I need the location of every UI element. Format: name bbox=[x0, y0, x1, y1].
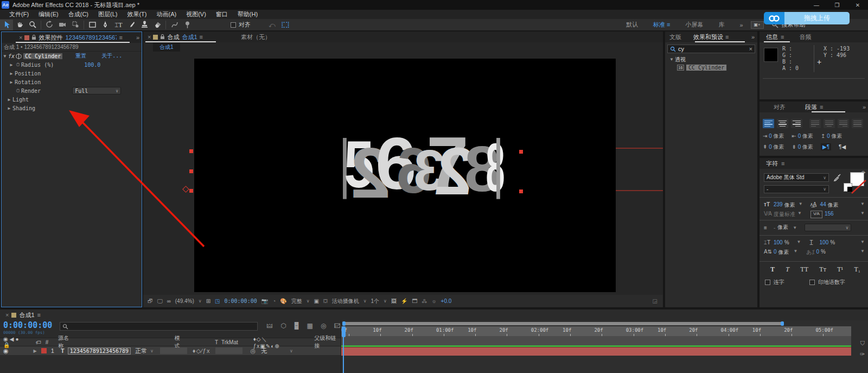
flowchart-icon[interactable]: 🝆 bbox=[422, 298, 427, 304]
effect-header-row[interactable]: ▼ fx CC Cylinder 重置 关于... bbox=[2, 52, 142, 60]
grid-guides-icon[interactable]: ⊞ bbox=[206, 298, 210, 304]
panel-overflow-chevron[interactable]: » bbox=[136, 34, 139, 41]
tsume-chevron[interactable]: ▼ bbox=[860, 249, 865, 256]
font-size-value[interactable]: 239 bbox=[774, 201, 783, 209]
text-direction-rtl-button[interactable]: ¶◀ bbox=[839, 144, 846, 150]
tab-type[interactable]: 文版 bbox=[669, 33, 681, 41]
graph-editor-icon[interactable]: 🗠 bbox=[334, 322, 340, 330]
panel-menu-icon[interactable]: ≡ bbox=[725, 34, 729, 40]
hand-tool-icon[interactable] bbox=[13, 20, 26, 30]
trkmat-column[interactable]: TrkMat bbox=[221, 339, 238, 345]
panel-overflow-chevron[interactable]: » bbox=[863, 104, 866, 110]
superscript-button[interactable]: T¹ bbox=[837, 265, 843, 274]
kerning-chevron[interactable]: ▼ bbox=[797, 211, 802, 218]
tab-timeline-comp[interactable]: 合成1 bbox=[19, 311, 34, 319]
justify-last-left-button[interactable] bbox=[809, 119, 821, 128]
quality-chevron[interactable]: ∨ bbox=[307, 299, 310, 304]
workspace-library[interactable]: 库 bbox=[711, 21, 732, 29]
region-of-interest-icon[interactable]: ◳ bbox=[215, 298, 220, 304]
tab-align[interactable]: 对齐 bbox=[774, 103, 786, 111]
panel-menu-icon[interactable]: ≡ bbox=[820, 104, 823, 110]
snapshot-icon[interactable]: 📷 bbox=[261, 298, 268, 304]
restore-button[interactable]: ❐ bbox=[827, 0, 847, 10]
tab-effects-presets[interactable]: 效果和预设 bbox=[693, 33, 723, 41]
layer-mode-select[interactable]: 正常 bbox=[135, 347, 147, 355]
selection-handle[interactable] bbox=[519, 189, 523, 193]
comp-marker-bin-icon[interactable]: ⛉ bbox=[860, 340, 865, 347]
tab-info[interactable]: 信息 bbox=[766, 33, 778, 41]
faux-bold-button[interactable]: T bbox=[770, 265, 775, 274]
leading-value[interactable]: 44 bbox=[820, 201, 826, 209]
all-caps-button[interactable]: TT bbox=[800, 265, 808, 274]
baseline-shift-chevron[interactable]: ▼ bbox=[794, 249, 798, 256]
stroke-width-value[interactable]: - bbox=[774, 225, 775, 231]
panel-menu-icon[interactable]: ≡ bbox=[119, 34, 122, 41]
layer-mode-chevron[interactable]: ∨ bbox=[150, 349, 154, 353]
parent-link-column[interactable]: 父级和链接 bbox=[314, 334, 341, 350]
timeline-search-box[interactable] bbox=[60, 322, 258, 331]
panel-menu-icon[interactable]: ≡ bbox=[781, 34, 784, 40]
tab-close-icon[interactable]: × bbox=[5, 312, 9, 318]
timeline-navigator-bar[interactable] bbox=[343, 322, 783, 325]
hide-shy-layers-icon[interactable]: 🁢 bbox=[294, 322, 299, 330]
property-row-shading[interactable]: ▶ Shading bbox=[2, 104, 142, 112]
search-clear-icon[interactable]: × bbox=[749, 46, 752, 52]
camera-tool-icon[interactable] bbox=[56, 20, 69, 30]
views-chevron[interactable]: ∨ bbox=[384, 299, 387, 304]
comp-viewer[interactable]: | 5 2 6 6 3 7 2 8 8 | bbox=[143, 53, 663, 295]
current-timecode[interactable]: 0:00:00:00 bbox=[3, 320, 52, 330]
draft-3d-icon[interactable]: ⬡ bbox=[280, 322, 286, 330]
workspace-default[interactable]: 默认 bbox=[618, 21, 646, 29]
workspace-more-chevron[interactable]: » bbox=[732, 22, 750, 28]
space-before-field[interactable]: ⇤ 0 像素 bbox=[792, 132, 814, 140]
kerning-value[interactable]: 度量标准 bbox=[774, 211, 795, 218]
motion-blur-icon[interactable]: ◎ bbox=[321, 322, 326, 330]
minimize-button[interactable]: — bbox=[806, 0, 827, 10]
effect-item-cc-cylinder[interactable]: 16 CC Cylinder bbox=[665, 64, 757, 72]
layer-switches[interactable]: ♦◇∕ƒx bbox=[193, 347, 210, 355]
comp-mini-flowchart-icon[interactable]: 🜲 bbox=[266, 322, 273, 330]
align-right-button[interactable] bbox=[791, 119, 802, 128]
timeline-jump-icon[interactable]: 🗖 bbox=[412, 298, 417, 304]
menu-item[interactable]: 图层(L) bbox=[93, 10, 122, 18]
justify-all-button[interactable] bbox=[852, 119, 863, 128]
zoom-tool-icon[interactable] bbox=[26, 20, 39, 30]
ligatures-checkbox[interactable] bbox=[765, 280, 770, 285]
horizontal-scale-value[interactable]: 100 bbox=[820, 239, 829, 246]
tab-close-icon[interactable]: × bbox=[19, 34, 22, 41]
menu-item[interactable]: 视图(V) bbox=[181, 10, 211, 18]
small-caps-button[interactable]: Tᴛ bbox=[819, 265, 826, 274]
panel-maximize-icon[interactable]: ◲ bbox=[653, 298, 658, 304]
selection-handle[interactable] bbox=[519, 150, 523, 154]
clone-stamp-tool-icon[interactable] bbox=[138, 20, 151, 30]
eraser-tool-icon[interactable] bbox=[151, 20, 164, 30]
layer-row[interactable]: ◉ ▶ 1 T 123456789123456789 正常 ∨ ♦◇∕ƒx ◎ … bbox=[0, 346, 341, 356]
vertical-scale-chevron[interactable]: ▼ bbox=[797, 239, 801, 246]
tracking-chevron[interactable]: ▼ bbox=[860, 211, 865, 218]
resolution-icon[interactable]: ∞ bbox=[167, 298, 171, 304]
font-family-select[interactable]: Adobe 黑体 Std ∨ bbox=[764, 173, 829, 182]
parent-pickwhip-icon[interactable]: ◎ bbox=[250, 347, 256, 355]
pixel-aspect-icon[interactable]: 🖽 bbox=[391, 298, 397, 304]
text-direction-ltr-button[interactable]: ▶¶ bbox=[821, 143, 831, 150]
tab-composition[interactable]: 合成 bbox=[167, 33, 179, 41]
menu-item[interactable]: 帮助(H) bbox=[233, 10, 263, 18]
indent-right-field[interactable]: ↥ 0 像素 bbox=[821, 132, 843, 140]
view-count-select[interactable]: 1个 bbox=[371, 298, 380, 305]
menu-item[interactable]: 动画(A) bbox=[152, 10, 182, 18]
tab-character[interactable]: 字符 bbox=[766, 160, 778, 168]
menu-item[interactable]: 效果(T) bbox=[122, 10, 151, 18]
panel-overflow-chevron[interactable]: » bbox=[751, 34, 755, 40]
time-ruler[interactable]: 0f10f20f01:00f10f20f02:00f10f20f03:00f10… bbox=[341, 326, 851, 336]
effect-reset-link[interactable]: 重置 bbox=[75, 52, 86, 60]
panel-menu-icon[interactable]: ≡ bbox=[37, 312, 41, 318]
space-after-field[interactable]: ⇟ 0 像素 bbox=[792, 143, 814, 151]
layer-label-chip[interactable] bbox=[41, 348, 47, 353]
property-row-radius[interactable]: ▶ ⏱ Radius (%) 100.0 bbox=[2, 60, 142, 69]
fast-previews-icon[interactable]: ⚡ bbox=[401, 298, 407, 304]
font-style-select[interactable]: - ∨ bbox=[764, 185, 829, 193]
always-preview-icon[interactable]: 🗗 bbox=[148, 298, 153, 304]
selection-handle[interactable] bbox=[189, 189, 193, 193]
parent-select[interactable]: 无 bbox=[261, 347, 267, 355]
quality-select[interactable]: 完整 bbox=[291, 298, 302, 305]
